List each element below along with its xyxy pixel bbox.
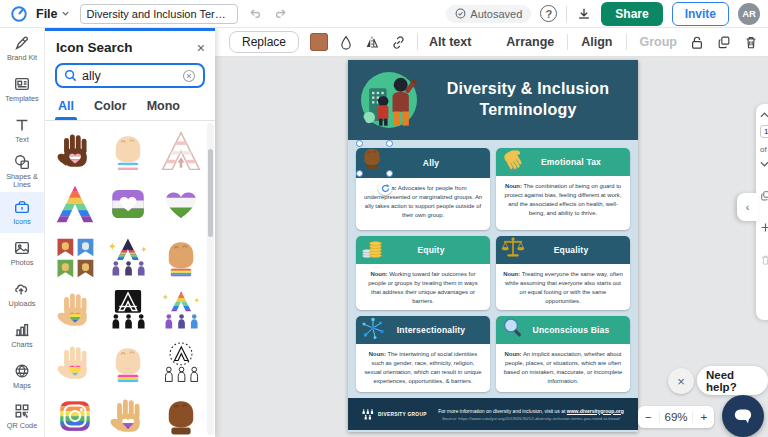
card-body[interactable]: Noun: The combination of being on guard … (496, 176, 630, 222)
card-unconscious-bias[interactable]: Unconscious Bias Noun: An implicit assoc… (496, 316, 630, 392)
close-panel-icon[interactable]: × (197, 41, 205, 55)
avatar[interactable]: AR (738, 3, 760, 25)
share-button[interactable]: Share (601, 2, 662, 26)
icon-result-instagram-pride[interactable] (49, 389, 102, 437)
icon-result-fist-rainbow-wristband[interactable] (154, 230, 207, 283)
arrange-button[interactable]: Arrange (506, 35, 554, 49)
sidebar-item-brand-kit[interactable]: Brand Kit (0, 28, 44, 69)
clear-search-icon[interactable] (182, 69, 196, 83)
group-button[interactable]: Group (640, 35, 678, 49)
icon-result-ally-symbol-transgender[interactable] (154, 124, 207, 177)
card-body[interactable]: Noun: Treating everyone the same way, of… (496, 264, 630, 310)
tab-all[interactable]: All (58, 99, 74, 120)
sidebar-item-shapes-lines[interactable]: Shapes & Lines (0, 151, 44, 192)
card-title[interactable]: Equality (538, 245, 589, 255)
alt-text-button[interactable]: Alt text (429, 35, 471, 49)
sidebar-item-qr-code[interactable]: QR Code (0, 396, 44, 437)
card-title[interactable]: Emotional Tax (525, 157, 601, 167)
icon-result-ally-symbol-rainbow[interactable] (49, 177, 102, 230)
lock-button[interactable] (690, 35, 704, 50)
ally-fist-icon[interactable] (359, 142, 385, 174)
chat-widget-button[interactable] (722, 395, 764, 437)
chevron-down-icon[interactable] (760, 161, 768, 167)
sidebar-item-text[interactable]: Text (0, 110, 44, 151)
page-number-input[interactable] (760, 125, 768, 138)
card-title[interactable]: Intersectionality (381, 325, 466, 335)
selection-handle[interactable] (356, 140, 363, 147)
card-body[interactable]: Noun: An implicit association, whether a… (496, 344, 630, 390)
design-page[interactable]: Diversity & Inclusion Terminology Ally (348, 60, 638, 432)
infographic-footer[interactable]: DIVERSITY GROUP For more information on … (348, 398, 638, 430)
icon-result-genderqueer-heart-badge[interactable] (102, 177, 155, 230)
card-title[interactable]: Ally (407, 158, 439, 168)
chevron-up-icon[interactable] (760, 112, 768, 118)
panel-scrollbar[interactable] (207, 123, 214, 435)
icon-result-fist-transgender-wristband[interactable] (102, 124, 155, 177)
icon-result-ally-symbol-people-rainbow[interactable] (102, 230, 155, 283)
dismiss-help-button[interactable]: × (668, 368, 694, 394)
align-button[interactable]: Align (581, 35, 612, 49)
delete-button[interactable] (744, 35, 758, 50)
add-page-icon[interactable] (760, 222, 768, 233)
icon-result-ally-symbol-people-outline[interactable] (154, 336, 207, 389)
file-menu[interactable]: File (36, 7, 70, 21)
replace-button[interactable]: Replace (229, 31, 299, 53)
icon-result-fist-pansexual-wristband[interactable] (102, 336, 155, 389)
invite-button[interactable]: Invite (672, 2, 729, 26)
icon-result-hand-rainbow-heart[interactable] (49, 283, 102, 336)
delete-page-icon[interactable] (760, 254, 768, 266)
card-title[interactable]: Unconscious Bias (517, 325, 610, 335)
tab-color[interactable]: Color (94, 99, 127, 120)
tab-mono[interactable]: Mono (147, 99, 180, 120)
tint-button[interactable] (339, 35, 353, 50)
duplicate-page-icon[interactable] (760, 190, 768, 201)
sidebar-item-maps[interactable]: Maps (0, 355, 44, 396)
icon-result-ally-symbol-people-black[interactable] (102, 283, 155, 336)
icon-result-hand-transgender-heart[interactable] (49, 124, 102, 177)
sidebar-item-charts[interactable]: Charts (0, 314, 44, 355)
selection-handle[interactable] (386, 140, 393, 147)
duplicate-button[interactable] (717, 35, 731, 49)
collapse-pages-panel-tab[interactable]: ‹ (737, 193, 758, 221)
zoom-out-button[interactable]: − (638, 411, 659, 423)
card-body[interactable]: Noun: Working toward fair outcomes for p… (356, 264, 490, 310)
color-swatch[interactable] (310, 33, 328, 51)
card-equity[interactable]: Equity Noun: Working toward fair outcome… (356, 236, 490, 310)
scrollbar-thumb[interactable] (208, 149, 213, 237)
sidebar-item-photos[interactable]: Photos (0, 233, 44, 274)
card-equality[interactable]: Equality Noun: Treating everyone the sam… (496, 236, 630, 310)
icon-search-input[interactable] (82, 69, 177, 83)
rotate-handle[interactable] (378, 181, 392, 195)
card-title[interactable]: Equity (401, 245, 444, 255)
document-title-input[interactable] (80, 4, 238, 24)
zoom-in-button[interactable]: + (693, 411, 714, 423)
card-intersectionality[interactable]: Intersectionality Noun: The intertwining… (356, 316, 490, 392)
diversity-illustration-icon[interactable] (361, 72, 417, 128)
card-emotional-tax[interactable]: Emotional Tax Noun: The combination of b… (496, 148, 630, 230)
app-logo-icon[interactable] (10, 5, 28, 23)
sidebar-item-templates[interactable]: Templates (0, 69, 44, 110)
card-body[interactable]: Noun: The intertwining of social identit… (356, 344, 490, 390)
redo-icon[interactable] (273, 6, 288, 21)
help-button[interactable]: ? (540, 5, 557, 22)
selection-handle[interactable] (356, 170, 363, 177)
need-help-bubble[interactable]: Need help? (697, 366, 768, 395)
undo-icon[interactable] (248, 6, 263, 21)
sidebar-item-uploads[interactable]: Uploads (0, 273, 44, 314)
selection-handle[interactable] (386, 170, 393, 177)
icon-result-fist-brown[interactable] (154, 389, 207, 437)
sidebar-item-icons[interactable]: Icons (0, 192, 44, 233)
icon-result-hand-pansexual-heart[interactable] (49, 336, 102, 389)
infographic-header[interactable]: Diversity & Inclusion Terminology (348, 60, 638, 140)
icon-result-hand-nonbinary-heart[interactable] (102, 389, 155, 437)
link-button[interactable] (391, 35, 406, 50)
footer-link[interactable]: www.diversitygroup.org (567, 408, 624, 414)
icon-result-ally-ribbons[interactable] (49, 230, 102, 283)
flip-button[interactable] (364, 35, 380, 50)
card-body[interactable]: Noun: Advocates for people from underrep… (356, 178, 490, 224)
infographic-title[interactable]: Diversity & Inclusion Terminology (424, 60, 632, 140)
card-ally[interactable]: Ally Noun: Advocates for people from und… (356, 148, 490, 230)
icon-result-ally-symbol-people-color[interactable] (154, 283, 207, 336)
zoom-level[interactable]: 69% (659, 411, 694, 423)
icon-result-genderqueer-heart[interactable] (154, 177, 207, 230)
